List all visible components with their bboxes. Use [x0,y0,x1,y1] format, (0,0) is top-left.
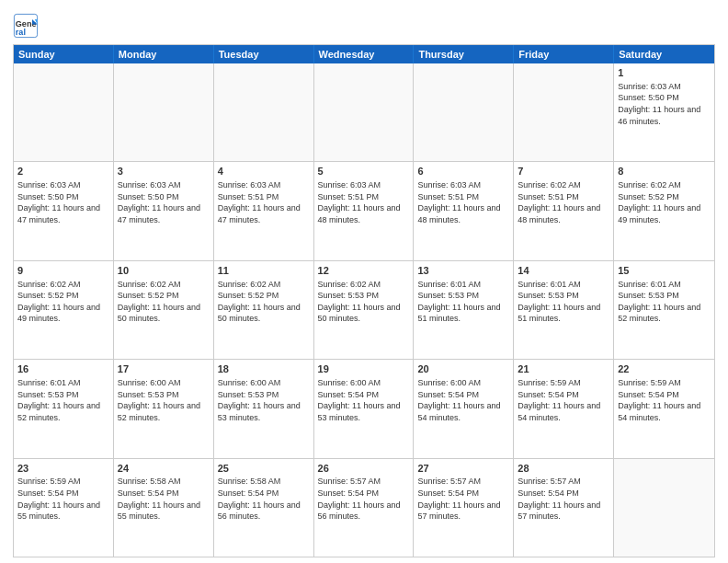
weekday-header-monday: Monday [114,45,214,63]
day-cell-5: 5Sunrise: 6:03 AM Sunset: 5:51 PM Daylig… [314,162,415,259]
calendar-row-1: 1Sunrise: 6:03 AM Sunset: 5:50 PM Daylig… [14,63,714,161]
day-cell-empty-0-1 [114,63,214,161]
day-number: 5 [318,165,410,178]
day-cell-1: 1Sunrise: 6:03 AM Sunset: 5:50 PM Daylig… [614,63,714,161]
day-cell-15: 15Sunrise: 6:01 AM Sunset: 5:53 PM Dayli… [614,261,714,359]
day-cell-18: 18Sunrise: 6:00 AM Sunset: 5:53 PM Dayli… [214,360,314,457]
day-cell-16: 16Sunrise: 6:01 AM Sunset: 5:53 PM Dayli… [14,360,114,457]
day-cell-24: 24Sunrise: 5:58 AM Sunset: 5:54 PM Dayli… [114,459,214,557]
day-number: 13 [417,264,509,278]
day-number: 17 [118,362,210,376]
weekday-header-wednesday: Wednesday [314,45,415,63]
day-cell-7: 7Sunrise: 6:02 AM Sunset: 5:51 PM Daylig… [514,162,614,259]
day-number: 18 [218,362,310,376]
day-info: Sunrise: 6:00 AM Sunset: 5:54 PM Dayligh… [318,377,410,423]
page: Gene ral SundayMondayTuesdayWednesdayThu… [0,0,728,563]
day-info: Sunrise: 6:00 AM Sunset: 5:53 PM Dayligh… [218,377,310,423]
day-info: Sunrise: 5:57 AM Sunset: 5:54 PM Dayligh… [518,476,609,522]
day-number: 25 [218,462,310,476]
day-info: Sunrise: 6:02 AM Sunset: 5:52 PM Dayligh… [118,279,210,325]
day-number: 26 [318,462,410,476]
day-info: Sunrise: 5:58 AM Sunset: 5:54 PM Dayligh… [218,476,310,522]
day-cell-empty-0-4 [414,63,514,161]
day-number: 4 [218,165,310,178]
day-info: Sunrise: 5:58 AM Sunset: 5:54 PM Dayligh… [118,476,210,522]
day-cell-17: 17Sunrise: 6:00 AM Sunset: 5:53 PM Dayli… [114,360,214,457]
day-number: 1 [618,66,711,80]
day-cell-22: 22Sunrise: 5:59 AM Sunset: 5:54 PM Dayli… [614,360,714,457]
calendar-row-3: 9Sunrise: 6:02 AM Sunset: 5:52 PM Daylig… [14,260,714,359]
day-info: Sunrise: 6:03 AM Sunset: 5:51 PM Dayligh… [417,179,509,225]
day-number: 11 [218,264,310,278]
calendar: SundayMondayTuesdayWednesdayThursdayFrid… [13,44,715,557]
day-cell-empty-0-3 [314,63,415,161]
day-number: 10 [118,264,210,278]
calendar-row-2: 2Sunrise: 6:03 AM Sunset: 5:50 PM Daylig… [14,161,714,259]
day-info: Sunrise: 5:57 AM Sunset: 5:54 PM Dayligh… [417,476,509,522]
weekday-header-saturday: Saturday [614,45,714,63]
weekday-header-friday: Friday [514,45,614,63]
day-cell-9: 9Sunrise: 6:02 AM Sunset: 5:52 PM Daylig… [14,261,114,359]
day-info: Sunrise: 5:59 AM Sunset: 5:54 PM Dayligh… [17,476,109,522]
weekday-header-sunday: Sunday [14,45,114,63]
day-cell-27: 27Sunrise: 5:57 AM Sunset: 5:54 PM Dayli… [414,459,514,557]
day-number: 12 [318,264,410,278]
day-number: 9 [17,264,109,278]
day-info: Sunrise: 6:01 AM Sunset: 5:53 PM Dayligh… [417,279,509,325]
day-info: Sunrise: 6:00 AM Sunset: 5:53 PM Dayligh… [118,377,210,423]
day-info: Sunrise: 5:59 AM Sunset: 5:54 PM Dayligh… [518,377,609,423]
day-cell-11: 11Sunrise: 6:02 AM Sunset: 5:52 PM Dayli… [214,261,314,359]
day-number: 23 [17,462,109,476]
day-cell-20: 20Sunrise: 6:00 AM Sunset: 5:54 PM Dayli… [414,360,514,457]
calendar-row-5: 23Sunrise: 5:59 AM Sunset: 5:54 PM Dayli… [14,458,714,557]
day-info: Sunrise: 6:02 AM Sunset: 5:52 PM Dayligh… [218,279,310,325]
day-cell-19: 19Sunrise: 6:00 AM Sunset: 5:54 PM Dayli… [314,360,415,457]
day-info: Sunrise: 6:00 AM Sunset: 5:54 PM Dayligh… [417,377,509,423]
day-cell-empty-0-2 [214,63,314,161]
day-cell-6: 6Sunrise: 6:03 AM Sunset: 5:51 PM Daylig… [414,162,514,259]
day-number: 3 [118,165,210,178]
day-info: Sunrise: 6:02 AM Sunset: 5:51 PM Dayligh… [518,179,609,225]
day-info: Sunrise: 6:02 AM Sunset: 5:52 PM Dayligh… [17,279,109,325]
day-number: 28 [518,462,609,476]
day-info: Sunrise: 5:59 AM Sunset: 5:54 PM Dayligh… [618,377,711,423]
calendar-header: SundayMondayTuesdayWednesdayThursdayFrid… [14,45,714,63]
day-cell-3: 3Sunrise: 6:03 AM Sunset: 5:50 PM Daylig… [114,162,214,259]
header: Gene ral [13,9,715,39]
day-cell-21: 21Sunrise: 5:59 AM Sunset: 5:54 PM Dayli… [514,360,614,457]
day-number: 22 [618,362,711,376]
day-number: 14 [518,264,609,278]
day-info: Sunrise: 6:03 AM Sunset: 5:50 PM Dayligh… [118,179,210,225]
day-cell-26: 26Sunrise: 5:57 AM Sunset: 5:54 PM Dayli… [314,459,415,557]
day-cell-23: 23Sunrise: 5:59 AM Sunset: 5:54 PM Dayli… [14,459,114,557]
calendar-row-4: 16Sunrise: 6:01 AM Sunset: 5:53 PM Dayli… [14,359,714,457]
weekday-header-tuesday: Tuesday [214,45,314,63]
day-cell-8: 8Sunrise: 6:02 AM Sunset: 5:52 PM Daylig… [614,162,714,259]
day-info: Sunrise: 6:01 AM Sunset: 5:53 PM Dayligh… [518,279,609,325]
day-info: Sunrise: 6:01 AM Sunset: 5:53 PM Dayligh… [618,279,711,325]
logo-icon: Gene ral [13,13,39,39]
weekday-header-thursday: Thursday [414,45,514,63]
day-cell-28: 28Sunrise: 5:57 AM Sunset: 5:54 PM Dayli… [514,459,614,557]
day-number: 27 [417,462,509,476]
day-number: 7 [518,165,609,178]
day-cell-2: 2Sunrise: 6:03 AM Sunset: 5:50 PM Daylig… [14,162,114,259]
day-info: Sunrise: 6:03 AM Sunset: 5:50 PM Dayligh… [618,81,711,127]
day-info: Sunrise: 6:02 AM Sunset: 5:53 PM Dayligh… [318,279,410,325]
day-cell-10: 10Sunrise: 6:02 AM Sunset: 5:52 PM Dayli… [114,261,214,359]
day-number: 24 [118,462,210,476]
day-number: 20 [417,362,509,376]
day-info: Sunrise: 6:02 AM Sunset: 5:52 PM Dayligh… [618,179,711,225]
day-cell-4: 4Sunrise: 6:03 AM Sunset: 5:51 PM Daylig… [214,162,314,259]
day-info: Sunrise: 6:01 AM Sunset: 5:53 PM Dayligh… [17,377,109,423]
day-number: 21 [518,362,609,376]
day-cell-empty-0-5 [514,63,614,161]
calendar-body: 1Sunrise: 6:03 AM Sunset: 5:50 PM Daylig… [14,63,714,557]
day-cell-empty-4-6 [614,459,714,557]
day-info: Sunrise: 5:57 AM Sunset: 5:54 PM Dayligh… [318,476,410,522]
day-number: 6 [417,165,509,178]
day-info: Sunrise: 6:03 AM Sunset: 5:51 PM Dayligh… [318,179,410,225]
day-cell-empty-0-0 [14,63,114,161]
day-number: 15 [618,264,711,278]
day-info: Sunrise: 6:03 AM Sunset: 5:50 PM Dayligh… [17,179,109,225]
